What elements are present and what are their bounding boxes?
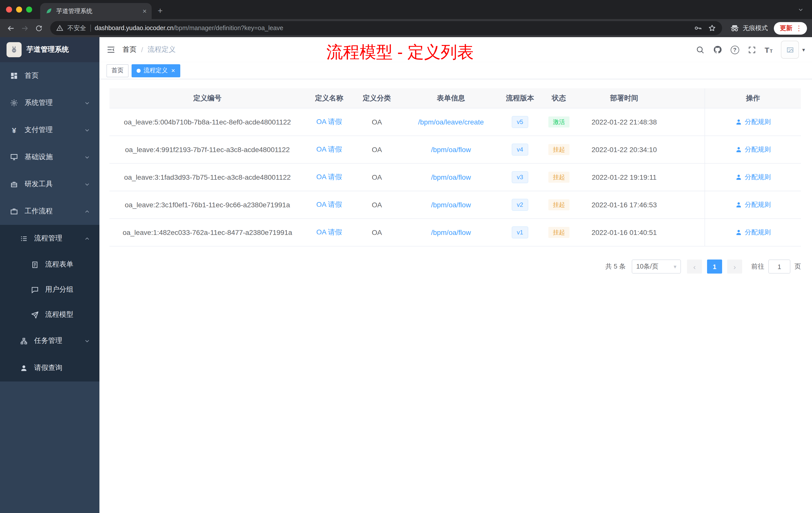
browser-tab[interactable]: 芋道管理系统 × <box>40 3 152 19</box>
hamburger-icon <box>107 45 116 54</box>
col-header-status: 状态 <box>539 88 579 108</box>
sidebar-item-payment-mgmt[interactable]: ¥ 支付管理 <box>0 117 99 144</box>
pagination: 共 5 条 10条/页 ▾ ‹ 1 › 前往 页 <box>110 260 801 274</box>
col-header-process-version: 流程版本 <box>501 88 539 108</box>
window-zoom-button[interactable] <box>26 6 32 12</box>
form-link[interactable]: /bpm/oa/flow <box>431 201 471 209</box>
sidebar-item-workflow[interactable]: 工作流程 <box>0 198 99 225</box>
sidebar-item-task-mgmt[interactable]: 任务管理 <box>0 327 99 354</box>
back-button[interactable] <box>4 22 17 35</box>
chevron-down-icon <box>84 181 90 187</box>
user-avatar-menu[interactable]: ▾ <box>781 41 805 59</box>
tab-close-icon[interactable]: × <box>143 7 147 14</box>
breadcrumb-home-link[interactable]: 首页 <box>122 45 137 54</box>
col-header-definition-name: 定义名称 <box>305 88 353 108</box>
next-page-button[interactable]: › <box>727 260 742 274</box>
window-close-button[interactable] <box>6 6 12 12</box>
table-row: oa_leave:2:3c1f0ef1-76b1-11ec-9c66-a2380… <box>110 191 801 219</box>
table-row: oa_leave:3:1fad3d93-7b75-11ec-a3c8-acde4… <box>110 163 801 191</box>
table-header-row: 定义编号 定义名称 定义分类 表单信息 流程版本 状态 部署时间 操作 <box>110 88 801 109</box>
person-icon <box>735 118 742 125</box>
form-link[interactable]: /bpm/oa/flow <box>431 146 471 154</box>
status-badge: 挂起 <box>548 199 570 210</box>
assign-rule-button[interactable]: 分配规则 <box>735 145 771 154</box>
sidebar-toggle-button[interactable] <box>99 37 122 62</box>
definition-name-link[interactable]: OA 请假 <box>316 200 342 209</box>
incognito-icon <box>730 24 739 33</box>
version-badge: v2 <box>512 199 528 211</box>
status-badge: 挂起 <box>548 144 570 155</box>
definition-category: OA <box>353 163 401 191</box>
github-icon[interactable] <box>713 45 722 54</box>
browser-menu-icon[interactable]: ⋮ <box>795 24 803 32</box>
definition-id: oa_leave:1:482ec033-762a-11ec-8477-a2380… <box>110 219 305 246</box>
assign-rule-button[interactable]: 分配规则 <box>735 173 771 182</box>
sidebar-item-process-model[interactable]: 流程模型 <box>0 302 99 327</box>
fullscreen-icon[interactable] <box>748 46 756 54</box>
screen: 芋道管理系统 × + 不安全 dashboard.yudao.iocoder.c… <box>0 0 812 513</box>
sidebar-item-dev-tools[interactable]: 研发工具 <box>0 171 99 198</box>
page-size-select[interactable]: 10条/页 ▾ <box>632 260 681 274</box>
app-title: 芋道管理系统 <box>27 45 69 54</box>
form-icon <box>31 261 39 268</box>
page-jump-input[interactable] <box>768 260 790 274</box>
form-link[interactable]: /bpm/oa/flow <box>431 173 471 181</box>
assign-rule-button[interactable]: 分配规则 <box>735 117 771 126</box>
help-icon[interactable]: ? <box>731 46 739 54</box>
breadcrumb-current: 流程定义 <box>148 45 176 54</box>
reload-button[interactable] <box>32 22 45 35</box>
font-size-icon[interactable]: TT <box>765 46 773 54</box>
version-badge: v4 <box>512 144 528 156</box>
definition-id: oa_leave:2:3c1f0ef1-76b1-11ec-9c66-a2380… <box>110 191 305 218</box>
page-url[interactable]: dashboard.yudao.iocoder.cn/bpm/manager/d… <box>95 25 283 32</box>
sidebar-item-system-mgmt[interactable]: 系统管理 <box>0 89 99 117</box>
sidebar-item-user-group[interactable]: 用户分组 <box>0 277 99 302</box>
new-tab-button[interactable]: + <box>158 6 163 15</box>
forward-button[interactable] <box>18 22 31 35</box>
sidebar-item-infrastructure[interactable]: 基础设施 <box>0 144 99 171</box>
table-row: oa_leave:1:482ec033-762a-11ec-8477-a2380… <box>110 219 801 246</box>
annotation-overlay: 流程模型 - 定义列表 <box>326 41 474 64</box>
version-badge: v3 <box>512 171 528 183</box>
sidebar-item-home[interactable]: 首页 <box>0 62 99 89</box>
current-page-button[interactable]: 1 <box>707 260 722 274</box>
search-icon[interactable] <box>696 46 704 54</box>
workflow-submenu: 流程管理 流程表单 用户分组 流程模型 任务管理 <box>0 225 99 382</box>
sidebar-logo: 芋道管理系统 <box>0 37 99 62</box>
chevron-up-icon <box>84 208 90 215</box>
yen-icon: ¥ <box>10 126 18 134</box>
definition-table: 定义编号 定义名称 定义分类 表单信息 流程版本 状态 部署时间 操作 oa_l… <box>110 88 801 246</box>
tag-home[interactable]: 首页 <box>107 64 128 77</box>
definition-id: oa_leave:3:1fad3d93-7b75-11ec-a3c8-acde4… <box>110 163 305 191</box>
password-key-icon[interactable] <box>694 24 702 32</box>
assign-rule-button[interactable]: 分配规则 <box>735 228 771 237</box>
tab-search-icon[interactable] <box>798 6 804 13</box>
toolbox-icon <box>10 180 18 188</box>
col-header-actions: 操作 <box>704 88 801 108</box>
form-link[interactable]: /bpm/oa/leave/create <box>418 118 484 126</box>
prev-page-button[interactable]: ‹ <box>687 260 702 274</box>
assign-rule-button[interactable]: 分配规则 <box>735 200 771 209</box>
security-label[interactable]: 不安全 <box>67 24 86 32</box>
bookmark-star-icon[interactable] <box>708 24 716 32</box>
sidebar-item-leave-query[interactable]: 请假查询 <box>0 354 99 382</box>
sidebar-item-process-form[interactable]: 流程表单 <box>0 252 99 277</box>
browser-update-button[interactable]: 更新 ⋮ <box>774 22 807 34</box>
address-bar[interactable]: 不安全 dashboard.yudao.iocoder.cn/bpm/manag… <box>50 21 722 35</box>
logo-image <box>6 42 22 57</box>
window-minimize-button[interactable] <box>16 6 22 12</box>
briefcase-icon <box>10 207 18 215</box>
status-badge: 挂起 <box>548 227 570 238</box>
tag-close-icon[interactable]: × <box>171 67 175 74</box>
definition-name-link[interactable]: OA 请假 <box>316 173 342 182</box>
tag-process-definition[interactable]: 流程定义 × <box>132 64 180 77</box>
tab-favicon <box>45 7 52 14</box>
form-link[interactable]: /bpm/oa/flow <box>431 229 471 236</box>
sidebar: 芋道管理系统 首页 系统管理 ¥ 支付管理 基础设施 <box>0 37 99 513</box>
definition-name-link[interactable]: OA 请假 <box>316 117 342 126</box>
tab-title: 芋道管理系统 <box>56 7 139 15</box>
definition-name-link[interactable]: OA 请假 <box>316 145 342 154</box>
incognito-badge: 无痕模式 <box>730 24 768 33</box>
sidebar-item-process-mgmt[interactable]: 流程管理 <box>0 225 99 252</box>
definition-name-link[interactable]: OA 请假 <box>316 228 342 237</box>
